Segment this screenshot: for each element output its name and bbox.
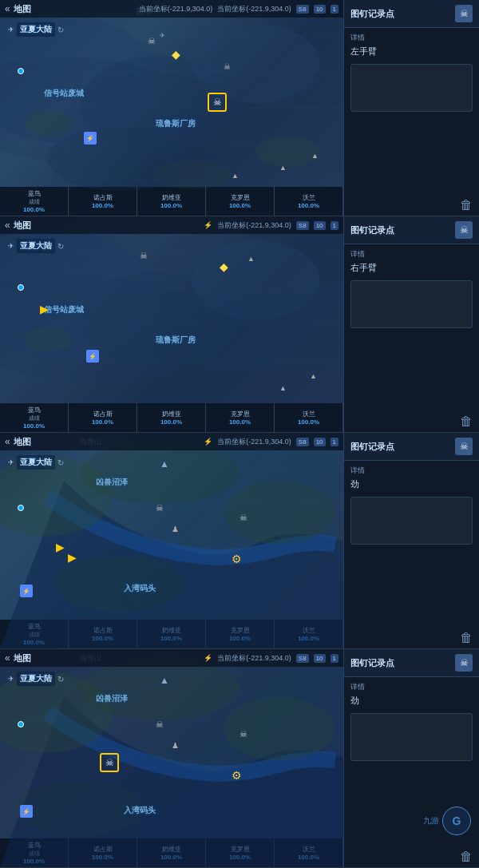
badge-s8-4: S8 <box>296 654 309 663</box>
svg-point-27 <box>24 327 72 351</box>
waypoint-4[interactable]: ☠ <box>100 753 119 772</box>
trash-icon-1[interactable]: 🗑 <box>460 198 473 212</box>
refresh-icon-4[interactable]: ↻ <box>57 675 64 684</box>
map-title-4: 地图 <box>14 652 31 664</box>
stat-item-3-2: 奶维亚 100.0% <box>137 620 206 648</box>
svg-point-3 <box>48 127 192 191</box>
delete-btn-4[interactable]: 🗑 <box>350 850 473 864</box>
stats-bar-2: 蓝鸟 成绩 100.0% 诺占斯 100.0% 奶维亚 100.0% 克罗恩 1… <box>0 403 343 432</box>
panel-3: « 地图 ⚡ 当前坐标(-221.9,304.0) S8 10 1 海崖山 ✈ … <box>0 433 479 649</box>
bolt-icon-4: ⚡ <box>204 654 212 662</box>
pin-header-3: 图钉记录点 ☠ <box>344 433 479 461</box>
stat-name-1-3: 克罗恩 <box>231 193 250 202</box>
svg-point-17 <box>80 272 240 368</box>
back-icon-2[interactable]: « <box>5 220 10 231</box>
badge-10-2: 10 <box>314 221 326 230</box>
back-icon-3[interactable]: « <box>5 436 10 447</box>
asia-continent-1: ✈ 亚夏大陆 ↻ <box>8 22 64 37</box>
map-title-1: 地图 <box>14 3 31 15</box>
stat-item-2-0: 蓝鸟 成绩 100.0% <box>0 403 69 432</box>
skull-4a: ☠ <box>156 719 164 730</box>
panel-1: « 地图 当前坐标(-221.9,304.0) 当前坐标(-221.9,304.… <box>0 0 479 216</box>
skull-1a: ☠ <box>148 36 156 46</box>
pin-content-1: 详情 左手臂 <box>344 28 479 195</box>
waypoint-1[interactable]: ☠ <box>208 93 227 112</box>
refresh-icon-3[interactable]: ↻ <box>57 458 64 467</box>
right-panel-1: 图钉记录点 ☠ 详情 左手臂 🗑 <box>343 0 479 216</box>
pin-skull-4: ☠ <box>455 654 473 672</box>
signal-label-2: 信号站废城 <box>44 304 84 315</box>
badge-1-3: 1 <box>331 438 338 446</box>
skull-2a: ☠ <box>140 251 148 261</box>
svg-point-14 <box>255 135 319 167</box>
pin-label-1: 详情 <box>350 33 473 43</box>
delete-btn-3[interactable]: 🗑 <box>350 631 473 645</box>
triangle-2c: ▲ <box>279 384 287 392</box>
back-icon-1[interactable]: « <box>5 3 10 14</box>
pin-header-4: 图钉记录点 ☠ <box>344 649 479 677</box>
refresh-icon-1[interactable]: ↻ <box>57 26 64 34</box>
pin-note-2[interactable] <box>350 280 473 328</box>
panel-2: « 地图 ⚡ 当前坐标(-221.9,304.0) S8 10 1 ✈ 亚夏大陆… <box>0 216 479 433</box>
map-title-2: 地图 <box>14 220 31 232</box>
logo-symbol: G <box>453 814 461 827</box>
topbar-4: « 地图 ⚡ 当前坐标(-221.9,304.0) S8 10 1 <box>0 649 343 667</box>
badge-1-4: 1 <box>331 654 338 663</box>
stat-item-4-3: 克罗恩 100.0% <box>206 838 275 867</box>
map-title-3: 地图 <box>14 436 31 448</box>
plane-marker-1: ✈ <box>160 32 165 39</box>
pin-note-4[interactable] <box>350 713 473 761</box>
stat-sub-1-0: 成绩 <box>29 198 40 206</box>
diamond-icon-2: ◆ <box>220 260 228 273</box>
stat-item-1-1: 诺占斯 100.0% <box>69 187 137 216</box>
waypoint-box-4[interactable]: ☠ <box>100 753 119 772</box>
xiong-label-3: 凶兽沼泽 <box>96 477 128 488</box>
stat-item-2-2: 奶维亚 100.0% <box>137 403 206 432</box>
bolt-icon-3: ⚡ <box>204 438 212 446</box>
signal-label-1: 信号站废城 <box>44 88 84 99</box>
pin-value-3: 劲 <box>350 478 473 490</box>
asia-label-4: 亚夏大陆 <box>17 672 55 686</box>
triangle-2b: ▲ <box>310 372 317 380</box>
refresh-icon-2[interactable]: ↻ <box>57 242 64 251</box>
coords-1: 当前坐标(-221.9,304.0) <box>139 4 213 14</box>
right-panel-3: 图钉记录点 ☠ 详情 劲 🗑 <box>343 433 479 648</box>
skull-4b: ☠ <box>240 729 247 739</box>
topbar-3: « 地图 ⚡ 当前坐标(-221.9,304.0) S8 10 1 <box>0 433 343 450</box>
stat-item-1-4: 沃兰 100.0% <box>275 187 343 216</box>
trash-icon-3[interactable]: 🗑 <box>460 631 473 645</box>
pin-note-3[interactable] <box>350 497 473 545</box>
xiong-label-4: 凶兽沼泽 <box>96 693 128 704</box>
triangle-1c: ▲ <box>232 172 239 180</box>
plane-icon-3: ✈ <box>8 458 14 466</box>
stats-bar-3: 蓝鸟 成绩 100.0% 诺占斯 100.0% 奶维亚 100.0% 克罗恩 1… <box>0 620 343 648</box>
topbar-1: « 地图 当前坐标(-221.9,304.0) 当前坐标(-221.9,304.… <box>0 0 343 18</box>
delete-btn-1[interactable]: 🗑 <box>350 198 473 212</box>
stat-item-3-1: 诺占斯 100.0% <box>69 620 137 648</box>
pin-title-4: 图钉记录点 <box>350 657 394 669</box>
signal-icon-1: ⚡ <box>84 132 97 145</box>
trash-icon-4[interactable]: 🗑 <box>460 850 473 864</box>
stat-item-4-0: 蓝鸟 成绩 100.0% <box>0 838 69 867</box>
pin-header-2: 图钉记录点 ☠ <box>344 216 479 244</box>
loc-dot-4 <box>18 721 24 727</box>
stat-pct-1-2: 100.0% <box>160 202 182 209</box>
svg-point-18 <box>192 240 319 320</box>
pin-content-3: 详情 劲 <box>344 461 479 628</box>
panel-4: « 地图 ⚡ 当前坐标(-221.9,304.0) S8 10 1 海崖山 ✈ … <box>0 649 479 868</box>
stat-sub-2-0: 成绩 <box>29 414 40 422</box>
waypoint-skull-4: ☠ <box>105 757 114 768</box>
stat-pct-1-3: 100.0% <box>229 202 251 209</box>
asia-continent-2: ✈ 亚夏大陆 ↻ <box>8 239 64 253</box>
stat-name-1-4: 沃兰 <box>303 193 315 202</box>
loc-dot-2 <box>18 284 24 291</box>
trash-icon-2[interactable]: 🗑 <box>460 414 473 429</box>
stat-item-4-2: 奶维亚 100.0% <box>137 838 206 867</box>
pin-note-1[interactable] <box>350 64 473 112</box>
waypoint-box-1[interactable]: ☠ <box>208 93 227 112</box>
pin-content-2: 详情 右手臂 <box>344 244 479 411</box>
boluosi-label-1: 琉鲁斯厂房 <box>156 118 196 129</box>
delete-btn-2[interactable]: 🗑 <box>350 414 473 429</box>
signal-icon-4: ⚡ <box>20 805 33 818</box>
back-icon-4[interactable]: « <box>5 652 10 664</box>
